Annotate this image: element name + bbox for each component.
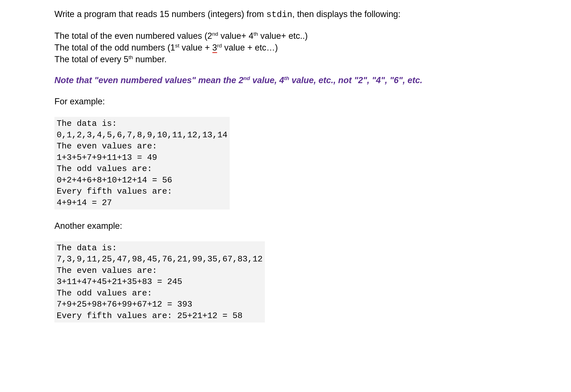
note-mid: value, 4 [250,75,284,85]
intro-text-pre: Write a program that reads 15 numbers (i… [54,9,266,19]
note-paragraph: Note that "even numbered values" mean th… [54,74,490,86]
example2-code-block: The data is: 7,3,9,11,25,47,98,45,76,21,… [54,241,265,323]
req-fifth-post: number. [133,54,167,64]
example1-code-block: The data is: 0,1,2,3,4,5,6,7,8,9,10,11,1… [54,117,230,210]
req-odd-post: value + etc…) [222,43,278,52]
req-fifth-pre: The total of every 5 [54,54,128,64]
req-even-mid: value+ 4 [218,31,254,41]
note-pre: Note that "even numbered values" mean th… [54,75,243,85]
req-odd-mid: value + [179,43,212,52]
sup-nd: nd [212,31,218,37]
req-odd-pre: The total of the odd numbers (1 [54,43,175,52]
sup-st: st [175,42,179,48]
sup-th-2: th [128,54,133,60]
sup-th: th [253,31,258,37]
example2-label: Another example: [54,220,490,232]
document-body: Write a program that reads 15 numbers (i… [0,0,490,323]
intro-paragraph: Write a program that reads 15 numbers (i… [54,8,490,21]
stdin-code: stdin [266,10,292,20]
example1-label: For example: [54,96,490,107]
requirements-paragraph: The total of the even numbered values (2… [54,30,490,65]
underlined-3: 3 [212,43,217,53]
note-sup1: nd [243,75,250,81]
note-sup2: th [284,75,289,81]
req-even-pre: The total of the even numbered values (2 [54,31,212,41]
intro-text-post: , then displays the following: [292,9,400,19]
note-post: value, etc., not "2", "4", "6", etc. [289,75,423,85]
req-even-post: value+ etc..) [258,31,308,41]
sup-rd: rd [217,42,222,48]
